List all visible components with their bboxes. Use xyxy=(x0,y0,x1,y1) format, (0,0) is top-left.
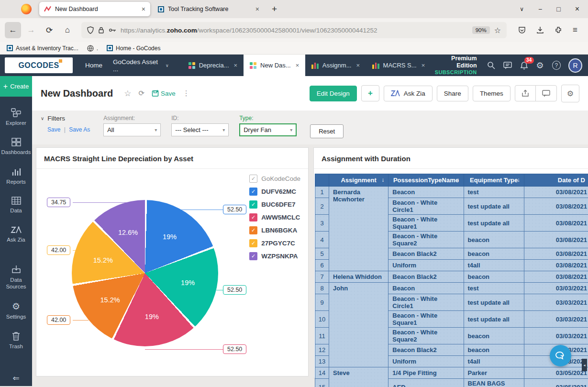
user-avatar[interactable]: R xyxy=(568,58,582,73)
browser-tab-1[interactable]: Tool Tracking Software× xyxy=(153,2,264,16)
search-icon[interactable] xyxy=(487,61,495,69)
view-tab-0[interactable]: Deprecia...× xyxy=(182,55,244,76)
legend-item-5[interactable]: ✓WZPSNKPA xyxy=(249,252,300,260)
feedback-icon[interactable] xyxy=(503,62,512,69)
filter-select-1[interactable]: --- Select ---▾ xyxy=(171,123,229,136)
sidebar-item-data[interactable]: Data xyxy=(1,197,32,214)
view-tab-2[interactable]: Assignm...× xyxy=(305,55,366,76)
ask-zia-button[interactable]: Ask Zia xyxy=(384,86,433,101)
settings-gear-icon[interactable]: ⚙ xyxy=(536,60,544,71)
lock-icon[interactable] xyxy=(98,27,104,34)
window-minimize-button[interactable]: − xyxy=(538,5,542,13)
assignment-table[interactable]: Assignment↓PossessionTypeName↓Equipment … xyxy=(315,174,588,387)
pie-chart[interactable]: 19%19%19%15.2%15.2%12.6%52.5052.5052.504… xyxy=(36,169,308,375)
pie-graphic[interactable]: 19%19%19%15.2%15.2%12.6% xyxy=(72,200,218,346)
tab-close-icon[interactable]: × xyxy=(255,5,259,13)
legend-item-2[interactable]: ✓AWW5MCLC xyxy=(249,213,300,221)
column-header-1[interactable]: PossessionTypeName↓ xyxy=(388,174,464,187)
table-row[interactable]: 14Steve1/4 Pipe FittingParker03/05/2021 xyxy=(315,367,588,379)
table-row[interactable]: 1Bernarda McwhorterBeacontest03/08/2021 xyxy=(315,187,588,198)
export-icon[interactable] xyxy=(515,86,535,101)
permissions-icon[interactable] xyxy=(109,27,116,33)
menu-icon[interactable]: ≡ xyxy=(573,25,577,35)
downloads-icon[interactable] xyxy=(536,26,544,34)
bookmark-star-icon[interactable]: ☆ xyxy=(494,26,501,35)
table-row[interactable]: 8JohnBeacontest03/03/2021 xyxy=(315,283,588,294)
legend-checkbox-icon[interactable]: ✓ xyxy=(249,188,257,196)
sort-desc-icon[interactable]: ↓ xyxy=(381,177,384,183)
shield-icon[interactable] xyxy=(87,26,94,34)
dashboard-settings-gear-icon[interactable]: ⚙ xyxy=(561,85,579,102)
legend-checkbox-icon[interactable]: ✓ xyxy=(249,252,257,260)
workspace-menu[interactable]: GoCodes Asset ... ∨ xyxy=(113,58,169,73)
view-tab-close-icon[interactable]: × xyxy=(356,62,360,69)
add-widget-button[interactable]: + xyxy=(361,85,379,101)
url-bar[interactable]: https://analytics.zoho.com/workspace/106… xyxy=(81,22,507,38)
view-tab-close-icon[interactable]: × xyxy=(296,62,300,69)
sort-desc-icon[interactable]: ↓ xyxy=(457,177,460,183)
filters-toggle[interactable]: ∨ Filters xyxy=(41,115,90,122)
legend-checkbox-icon[interactable]: ✓ xyxy=(249,213,257,221)
filter-save-as-link[interactable]: Save As xyxy=(69,126,90,133)
legend-series-header[interactable]: ✓GoKodeCode xyxy=(249,175,300,183)
sidebar-item-reports[interactable]: Reports xyxy=(1,167,32,185)
sidebar-item-dashboards[interactable]: Dashboards xyxy=(1,138,32,155)
legend-checkbox-icon[interactable]: ✓ xyxy=(249,239,257,247)
forward-button[interactable]: → xyxy=(23,22,39,38)
sidebar-collapse-icon[interactable]: ⇐ xyxy=(12,373,19,383)
bookmark-item-0[interactable]: Asset & Inventory Trac... xyxy=(7,45,78,52)
back-button[interactable]: ← xyxy=(5,22,21,38)
reload-button[interactable]: ⟳ xyxy=(41,22,57,38)
pocket-icon[interactable] xyxy=(518,26,526,34)
favorite-star-icon[interactable]: ☆ xyxy=(124,88,131,99)
filter-select-2[interactable]: Dryer Fan▾ xyxy=(239,123,297,136)
themes-button[interactable]: Themes xyxy=(473,86,510,101)
new-tab-button[interactable]: + xyxy=(267,4,282,14)
legend-item-4[interactable]: ✓27PGYC7C xyxy=(249,239,300,247)
more-options-kebab-icon[interactable]: ⋮ xyxy=(183,89,190,98)
create-button[interactable]: + Create xyxy=(0,76,32,97)
share-button[interactable]: Share xyxy=(437,86,468,101)
window-maximize-button[interactable]: □ xyxy=(556,5,560,13)
sort-desc-icon[interactable]: ↓ xyxy=(517,177,520,183)
legend-checkbox-icon[interactable]: ✓ xyxy=(249,226,257,234)
view-tab-close-icon[interactable]: × xyxy=(422,62,425,69)
save-button[interactable]: Save xyxy=(152,89,176,97)
nav-home[interactable]: Home xyxy=(85,62,102,69)
home-button[interactable]: ⌂ xyxy=(59,22,76,38)
bookmark-item-2[interactable]: Home - GoCodes xyxy=(107,45,160,52)
column-header-2[interactable]: Equipment Type↓ xyxy=(464,174,524,187)
sidebar-item-trash[interactable]: Trash xyxy=(1,332,32,350)
view-tab-close-icon[interactable]: × xyxy=(234,62,238,69)
edit-design-button[interactable]: Edit Design xyxy=(310,86,357,101)
page-zoom-level[interactable]: 90% xyxy=(472,26,490,34)
browser-tab-0[interactable]: New Dashboard× xyxy=(39,2,150,16)
notifications-bell-icon[interactable]: 34 xyxy=(520,61,528,70)
column-header-0[interactable]: Assignment↓ xyxy=(329,174,388,187)
legend-item-0[interactable]: ✓DUFV62MC xyxy=(249,188,300,196)
sidebar-item-ask-zia[interactable]: Ask Zia xyxy=(1,226,32,243)
filter-save-link[interactable]: Save xyxy=(47,126,60,133)
window-close-button[interactable]: × xyxy=(575,5,579,13)
legend-checkbox-icon[interactable]: ✓ xyxy=(249,200,257,209)
legend-checkbox-icon[interactable]: ✓ xyxy=(249,175,257,183)
comments-icon[interactable] xyxy=(535,86,556,101)
firefox-logo-icon[interactable] xyxy=(21,4,32,14)
legend-item-3[interactable]: ✓LBN6BGKA xyxy=(249,226,300,234)
column-header-3[interactable]: Date of D xyxy=(524,174,588,187)
sidebar-item-data-sources[interactable]: Data Sources xyxy=(1,265,32,290)
sidebar-item-settings[interactable]: ⚙Settings xyxy=(1,302,32,321)
bookmark-item-1[interactable]: . xyxy=(87,45,98,52)
tab-list-chevron-icon[interactable]: ∨ xyxy=(520,6,524,12)
chat-bubble-button[interactable] xyxy=(550,345,571,366)
table-scroll-handle[interactable]: ◂ xyxy=(582,359,587,371)
view-tab-3[interactable]: MACRS S...× xyxy=(366,55,431,76)
legend-item-1[interactable]: ✓BUC6DFE7 xyxy=(249,200,300,209)
extensions-icon[interactable] xyxy=(555,26,562,34)
filter-select-0[interactable]: All▾ xyxy=(103,123,161,136)
reset-button[interactable]: Reset xyxy=(310,124,344,138)
sidebar-item-explorer[interactable]: Explorer xyxy=(1,108,32,126)
tab-close-icon[interactable]: × xyxy=(142,5,145,13)
table-row[interactable]: 7Helena WhiddonBeacon Black2beacon03/08/… xyxy=(315,271,588,283)
refresh-icon[interactable]: ⟳ xyxy=(138,89,144,98)
